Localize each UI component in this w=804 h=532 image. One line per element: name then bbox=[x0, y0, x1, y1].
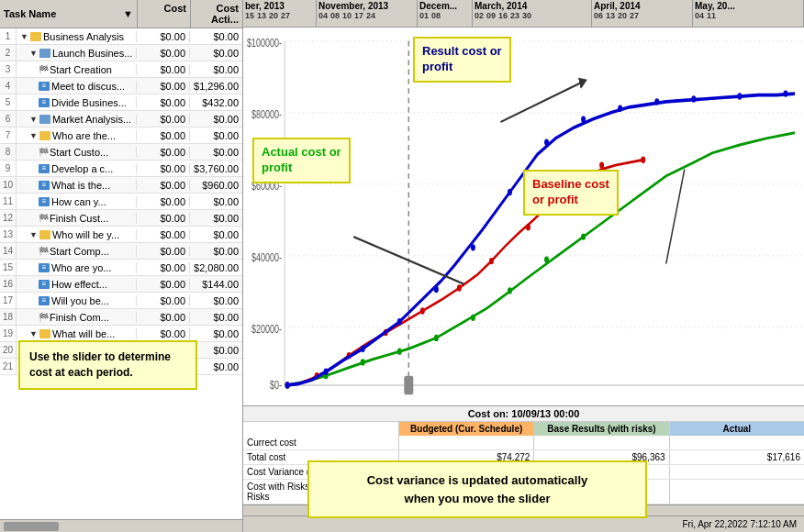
svg-point-48 bbox=[737, 93, 742, 99]
row-costact: $0.00 bbox=[189, 246, 242, 257]
svg-rect-15 bbox=[404, 376, 413, 395]
row-task-name: ≡ Who are yo... bbox=[17, 262, 136, 273]
th-actual: Actual bbox=[670, 422, 804, 436]
expand-icon[interactable]: ▼ bbox=[29, 115, 38, 124]
status-datetime: Fri, Apr 22,2022 7:12:10 AM bbox=[682, 519, 797, 529]
row-num: 6 bbox=[0, 111, 17, 127]
callout-variance: Cost variance is updated automaticallywh… bbox=[307, 460, 647, 518]
table-row[interactable]: 8 🏁 Start Custo... $0.00 $0.00 bbox=[0, 144, 242, 161]
row-costact: $0.00 bbox=[189, 312, 242, 323]
row-num: 4 bbox=[0, 78, 17, 94]
table-row[interactable]: 14 🏁 Start Comp... $0.00 $0.00 bbox=[0, 243, 242, 260]
row-cost: $0.00 bbox=[136, 279, 189, 290]
row-task-name: ▼ Business Analysis bbox=[17, 31, 136, 42]
td-risks-actual bbox=[670, 480, 804, 504]
svg-point-43 bbox=[544, 139, 549, 145]
row-costact: $0.00 bbox=[189, 229, 242, 240]
svg-point-49 bbox=[783, 90, 787, 96]
table-row[interactable]: 7 ▼ Who are the... $0.00 $0.00 bbox=[0, 127, 242, 144]
table-cost-header: Cost on: 10/09/13 00:00 bbox=[243, 406, 804, 422]
timeline-months: ber, 2013 15132027 November, 2013 040810… bbox=[243, 0, 804, 27]
row-task-name: 🏁 Start Comp... bbox=[17, 246, 136, 257]
table-row-currect-cost: Currect cost bbox=[243, 436, 804, 450]
svg-point-30 bbox=[457, 284, 462, 291]
task-rows[interactable]: 1 ▼ Business Analysis $0.00 $0.00 2 ▼ La… bbox=[0, 28, 242, 519]
table-row[interactable]: 4 ≡ Meet to discus... $0.00 $1,296.00 bbox=[0, 78, 242, 94]
timeline-month-mar: March, 2014 0209162330 bbox=[473, 0, 592, 27]
row-task-name: ▼ Who will be y... bbox=[17, 229, 136, 240]
table-row[interactable]: 16 ≡ How effect... $0.00 $144.00 bbox=[0, 276, 242, 293]
td-currect-budgeted bbox=[399, 436, 534, 449]
timeline-month-oct: ber, 2013 15132027 bbox=[243, 0, 317, 27]
row-cost: $0.00 bbox=[136, 295, 189, 306]
table-row[interactable]: 11 ≡ How can y... $0.00 $0.00 bbox=[0, 194, 242, 210]
table-row[interactable]: 1 ▼ Business Analysis $0.00 $0.00 bbox=[0, 28, 242, 45]
expand-icon[interactable]: ▼ bbox=[29, 230, 38, 239]
row-cost: $0.00 bbox=[136, 328, 189, 339]
row-task-name: 🏁 Start Custo... bbox=[17, 147, 136, 158]
table-row[interactable]: 9 ≡ Develop a c... $0.00 $3,760.00 bbox=[0, 161, 242, 177]
row-costact: $0.00 bbox=[189, 64, 242, 75]
row-cost: $0.00 bbox=[136, 97, 189, 108]
table-row[interactable]: 18 🏁 Finish Com... $0.00 $0.00 bbox=[0, 309, 242, 326]
callout-variance-text: Cost variance is updated automaticallywh… bbox=[367, 473, 588, 505]
row-task-name: ▼ Who are the... bbox=[17, 130, 136, 141]
task-icon: ≡ bbox=[39, 296, 50, 305]
table-row[interactable]: 13 ▼ Who will be y... $0.00 $0.00 bbox=[0, 227, 242, 243]
flag-icon: 🏁 bbox=[39, 313, 48, 322]
table-row[interactable]: 5 ≡ Divide Busines... $0.00 $432.00 bbox=[0, 94, 242, 111]
svg-point-22 bbox=[508, 287, 512, 294]
row-cost: $0.00 bbox=[136, 246, 189, 257]
row-num: 13 bbox=[0, 227, 17, 242]
folder-icon bbox=[39, 329, 50, 338]
table-row[interactable]: 17 ≡ Will you be... $0.00 $0.00 bbox=[0, 293, 242, 309]
callout-slider: Use the slider to determine cost at each… bbox=[18, 340, 197, 390]
svg-point-21 bbox=[471, 315, 475, 321]
row-task-name: ≡ Will you be... bbox=[17, 295, 136, 306]
table-row[interactable]: 19 ▼ What will be... $0.00 $0.00 bbox=[0, 326, 242, 342]
table-row[interactable]: 6 ▼ Market Analysis... $0.00 $0.00 bbox=[0, 111, 242, 127]
row-cost: $0.00 bbox=[136, 64, 189, 75]
svg-text:$100000-: $100000- bbox=[247, 36, 282, 49]
table-row[interactable]: 3 🏁 Start Creation $0.00 $0.00 bbox=[0, 61, 242, 78]
flag-icon: 🏁 bbox=[39, 148, 48, 157]
task-sort-icon[interactable]: ▼ bbox=[123, 8, 133, 19]
row-costact: $0.00 bbox=[189, 114, 242, 125]
folder-icon bbox=[39, 49, 50, 58]
row-cost: $0.00 bbox=[136, 147, 189, 158]
timeline-header: ber, 2013 15132027 November, 2013 040810… bbox=[243, 0, 804, 28]
row-task-name: ≡ How effect... bbox=[17, 279, 136, 290]
row-cost: $0.00 bbox=[136, 180, 189, 191]
th-empty bbox=[243, 422, 399, 436]
row-costact: $960.00 bbox=[189, 180, 242, 191]
expand-icon[interactable]: ▼ bbox=[29, 49, 38, 58]
expand-icon[interactable]: ▼ bbox=[29, 329, 38, 338]
row-cost: $0.00 bbox=[136, 48, 189, 59]
task-table-header: Task Name ▼ Cost Cost Acti... bbox=[0, 0, 242, 28]
task-col-header: Task Name ▼ bbox=[0, 0, 138, 28]
table-row[interactable]: 10 ≡ What is the... $0.00 $960.00 bbox=[0, 177, 242, 194]
task-icon: ≡ bbox=[39, 197, 50, 206]
expand-icon[interactable]: ▼ bbox=[29, 131, 38, 140]
row-costact: $0.00 bbox=[189, 31, 242, 42]
task-icon: ≡ bbox=[39, 181, 50, 190]
svg-point-46 bbox=[654, 98, 659, 105]
task-horizontal-scrollbar[interactable] bbox=[0, 519, 242, 532]
table-row[interactable]: 12 🏁 Finish Cust... $0.00 $0.00 bbox=[0, 210, 242, 227]
svg-point-32 bbox=[526, 224, 530, 230]
svg-text:$40000-: $40000- bbox=[251, 250, 282, 263]
svg-point-31 bbox=[489, 258, 494, 264]
td-currect-label: Currect cost bbox=[243, 436, 399, 449]
row-num: 18 bbox=[0, 309, 17, 325]
row-cost: $0.00 bbox=[136, 130, 189, 141]
svg-point-47 bbox=[691, 95, 696, 102]
table-col-headers: Budgeted (Cur. Schedule) Base Results (w… bbox=[243, 422, 804, 436]
svg-point-18 bbox=[361, 359, 365, 365]
table-row[interactable]: 15 ≡ Who are yo... $0.00 $2,080.00 bbox=[0, 260, 242, 276]
expand-icon[interactable]: ▼ bbox=[20, 32, 28, 41]
svg-point-33 bbox=[563, 183, 567, 190]
timeline-month-apr: April, 2014 06132027 bbox=[592, 0, 693, 27]
svg-point-23 bbox=[544, 256, 549, 262]
table-row[interactable]: 2 ▼ Launch Busines... $0.00 $0.00 bbox=[0, 45, 242, 61]
svg-point-34 bbox=[599, 161, 604, 168]
